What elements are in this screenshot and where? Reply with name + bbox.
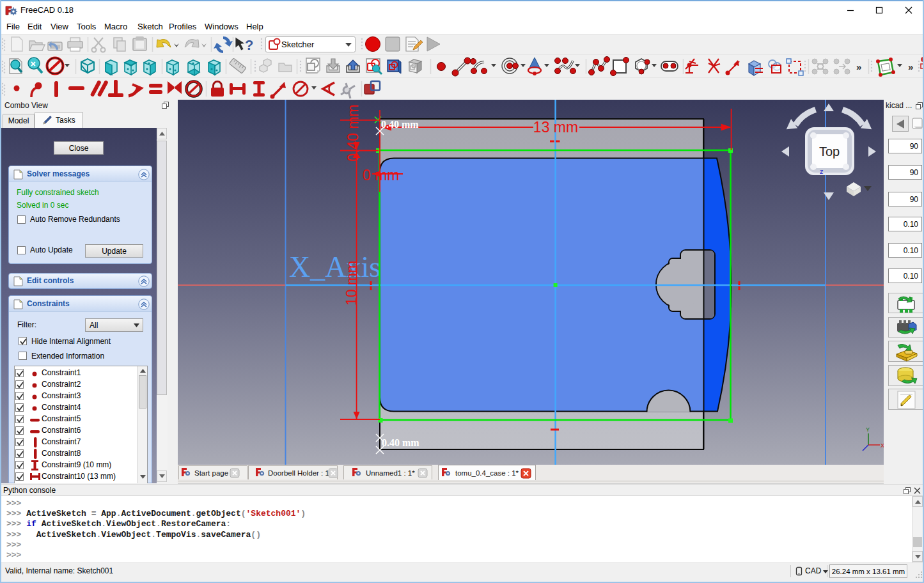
svg-text:Top: Top — [819, 144, 840, 159]
svg-text:0.40 mm: 0.40 mm — [382, 437, 419, 448]
svg-text:Doorbell Holder : 1: Doorbell Holder : 1 — [268, 469, 329, 477]
svg-text:Y: Y — [866, 426, 870, 433]
svg-text:tomu_0.4_case : 1*: tomu_0.4_case : 1* — [455, 469, 519, 477]
svg-text:Unnamed1 : 1*: Unnamed1 : 1* — [366, 469, 415, 477]
svg-text:0.40 mm: 0.40 mm — [381, 119, 419, 130]
svg-text:?: ? — [245, 37, 253, 53]
svg-text:X_Axis: X_Axis — [289, 251, 380, 283]
svg-text:Start page: Start page — [194, 469, 228, 477]
svg-text:»: » — [856, 61, 861, 72]
svg-text:10 mm: 10 mm — [343, 261, 360, 306]
svg-text:Sketcher: Sketcher — [281, 40, 315, 49]
svg-text:0 mm: 0 mm — [363, 167, 400, 183]
svg-text:z: z — [820, 167, 824, 175]
svg-text:13 mm: 13 mm — [533, 119, 578, 136]
svg-text:»: » — [908, 61, 913, 72]
svg-text:0.40 mm: 0.40 mm — [345, 104, 361, 161]
